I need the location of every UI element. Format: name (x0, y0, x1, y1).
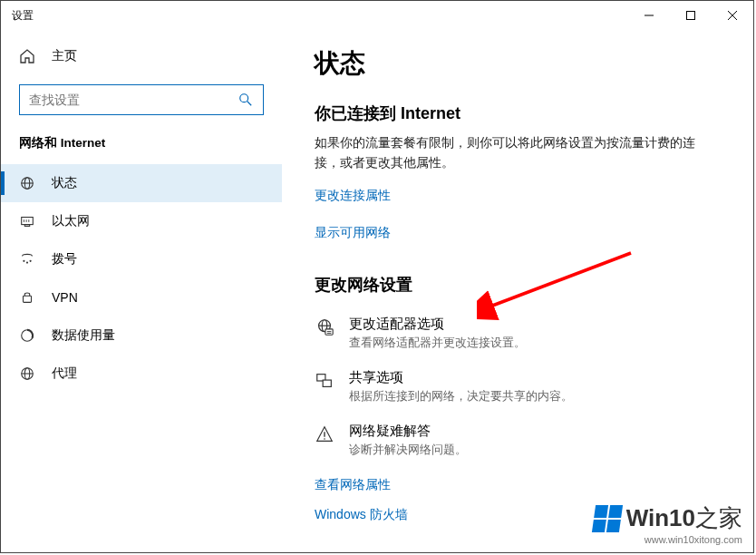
sidebar-item-label: 拨号 (52, 251, 77, 268)
main-panel: 状态 你已连接到 Internet 如果你的流量套餐有限制，则你可以将此网络设置… (282, 30, 753, 552)
option-title: 共享选项 (349, 369, 573, 386)
link-windows-firewall[interactable]: Windows 防火墙 (315, 507, 408, 523)
option-desc: 诊断并解决网络问题。 (349, 442, 467, 458)
ethernet-icon (19, 213, 35, 229)
home-label: 主页 (52, 48, 77, 64)
search-field[interactable] (29, 92, 228, 107)
sidebar-item-label: VPN (52, 290, 78, 305)
link-change-connection-properties[interactable]: 更改连接属性 (315, 188, 391, 204)
sidebar-item-data-usage[interactable]: 数据使用量 (1, 316, 282, 355)
search-input[interactable] (19, 84, 264, 115)
watermark-suffix: 之家 (695, 504, 742, 531)
sidebar-item-status[interactable]: 状态 (1, 164, 282, 202)
sidebar-section-title: 网络和 Internet (1, 135, 282, 164)
change-network-settings-heading: 更改网络设置 (315, 274, 726, 296)
close-button[interactable] (712, 1, 753, 30)
svg-rect-17 (24, 296, 32, 302)
sidebar-item-label: 数据使用量 (52, 327, 115, 344)
sidebar-item-dialup[interactable]: 拨号 (1, 240, 282, 278)
window-title: 设置 (12, 8, 34, 24)
content-area: 主页 网络和 Internet 状态 (1, 30, 753, 552)
data-usage-icon (19, 327, 35, 344)
minimize-button[interactable] (628, 1, 670, 30)
sharing-options-icon (315, 371, 334, 394)
svg-rect-25 (325, 329, 333, 335)
sidebar-item-ethernet[interactable]: 以太网 (1, 202, 282, 240)
connected-body: 如果你的流量套餐有限制，则你可以将此网络设置为按流量计费的连接，或者更改其他属性… (315, 133, 695, 172)
watermark-brand: Win10 (626, 504, 695, 531)
svg-point-4 (240, 94, 248, 102)
svg-rect-1 (687, 12, 695, 20)
svg-point-31 (324, 439, 325, 441)
svg-point-14 (23, 260, 24, 262)
windows-logo-icon (592, 505, 623, 532)
svg-rect-9 (22, 218, 34, 225)
watermark: Win10之家 www.win10xitong.com (594, 502, 742, 545)
vpn-icon (19, 289, 35, 306)
settings-window: 设置 主页 (0, 0, 754, 553)
home-nav[interactable]: 主页 (1, 41, 282, 72)
option-title: 网络疑难解答 (349, 423, 467, 440)
option-adapter[interactable]: 更改适配器选项 查看网络适配器并更改连接设置。 (315, 316, 726, 351)
svg-rect-10 (24, 225, 29, 227)
option-title: 更改适配器选项 (349, 316, 526, 333)
svg-line-5 (247, 102, 251, 105)
dialup-icon (19, 251, 35, 268)
sidebar-item-label: 状态 (52, 175, 77, 191)
maximize-button[interactable] (670, 1, 712, 30)
titlebar: 设置 (1, 1, 753, 30)
adapter-options-icon (315, 317, 334, 341)
option-sharing[interactable]: 共享选项 根据所连接到的网络，决定要共享的内容。 (315, 369, 726, 404)
window-controls (628, 1, 753, 30)
sidebar: 主页 网络和 Internet 状态 (1, 30, 282, 552)
connected-title: 你已连接到 Internet (315, 102, 726, 124)
home-icon (19, 48, 35, 64)
search-container (19, 84, 264, 115)
option-desc: 根据所连接到的网络，决定要共享的内容。 (349, 388, 573, 404)
svg-point-16 (30, 260, 32, 262)
svg-point-15 (26, 262, 28, 264)
proxy-icon (19, 365, 35, 382)
option-desc: 查看网络适配器并更改连接设置。 (349, 335, 526, 351)
option-troubleshoot[interactable]: 网络疑难解答 诊断并解决网络问题。 (315, 423, 726, 458)
status-icon (19, 175, 35, 191)
link-view-network-properties[interactable]: 查看网络属性 (315, 477, 391, 493)
svg-rect-29 (323, 380, 331, 386)
page-title: 状态 (315, 46, 726, 81)
watermark-url: www.win10xitong.com (594, 534, 742, 545)
troubleshoot-icon (315, 424, 334, 448)
sidebar-item-label: 代理 (52, 365, 77, 382)
link-show-available-networks[interactable]: 显示可用网络 (315, 225, 391, 241)
sidebar-item-vpn[interactable]: VPN (1, 278, 282, 316)
sidebar-item-proxy[interactable]: 代理 (1, 355, 282, 393)
search-icon (237, 92, 254, 108)
sidebar-item-label: 以太网 (52, 213, 90, 229)
